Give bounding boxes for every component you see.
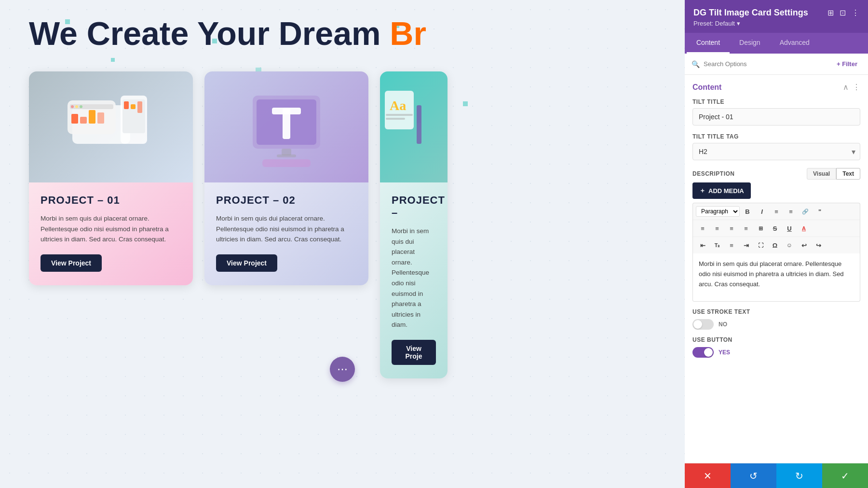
panel-title-icons: ⊞ ⊡ ⋮ — [827, 8, 859, 17]
card-1-btn[interactable]: View Project — [41, 254, 102, 272]
svg-point-5 — [80, 105, 82, 108]
svg-point-4 — [75, 105, 78, 108]
italic-btn[interactable]: I — [755, 205, 769, 218]
svg-rect-25 — [386, 118, 405, 120]
project-card-3[interactable]: Aa PROJECT – Morbi in sem quis dui place… — [380, 71, 448, 378]
stroke-toggle[interactable] — [692, 319, 714, 330]
tilt-title-input[interactable] — [692, 108, 860, 125]
add-media-btn[interactable]: ＋ ADD MEDIA — [692, 182, 751, 199]
tab-advanced[interactable]: Advanced — [770, 33, 819, 54]
desc-toolbar-top: Description Visual Text — [692, 168, 860, 180]
cancel-btn[interactable]: ✕ — [685, 463, 731, 488]
text-color-btn[interactable]: A — [797, 222, 811, 235]
svg-rect-8 — [89, 110, 95, 124]
fab-icon: ⋯ — [337, 363, 348, 376]
tilt-title-field: Tilt Title — [692, 98, 860, 125]
svg-rect-19 — [282, 149, 291, 155]
unordered-list-btn[interactable]: ≡ — [770, 205, 783, 218]
more-options-icon[interactable]: ⋮ — [852, 8, 859, 17]
card-3-btn[interactable]: View Proje — [392, 340, 436, 365]
add-media-label: ADD MEDIA — [708, 187, 744, 195]
quote-btn[interactable]: " — [813, 205, 827, 218]
fullscreen-btn[interactable]: ⛶ — [754, 239, 767, 251]
panel-tabs: Content Design Advanced — [685, 33, 868, 54]
tab-design[interactable]: Design — [730, 33, 770, 54]
svg-rect-12 — [124, 101, 129, 109]
expand-icon[interactable]: ⊡ — [840, 8, 846, 17]
stroke-toggle-track: NO — [692, 319, 860, 330]
editor-toolbar: Paragraph Heading 1 Heading 2 B I ≡ ≡ 🔗 … — [692, 203, 860, 253]
description-label: Description — [692, 170, 735, 177]
svg-rect-14 — [137, 101, 142, 113]
align-justify-btn[interactable]: ≡ — [739, 222, 753, 235]
svg-rect-20 — [277, 154, 296, 157]
section-collapse-icon[interactable]: ∧ — [843, 83, 849, 92]
visual-btn[interactable]: Visual — [807, 168, 836, 180]
project-card-1[interactable]: PROJECT – 01 Morbi in sem quis dui place… — [29, 71, 193, 285]
toolbar-row-1: Paragraph Heading 1 Heading 2 B I ≡ ≡ 🔗 … — [693, 203, 860, 220]
undo-btn[interactable]: ↩ — [797, 239, 811, 251]
stroke-toggle-value: NO — [719, 321, 727, 328]
table-btn[interactable]: ⊞ — [754, 222, 767, 235]
indent-left-btn[interactable]: ⇤ — [696, 239, 709, 251]
card-1-title: PROJECT – 01 — [41, 194, 181, 207]
use-button-field: Use Button YES — [692, 336, 860, 358]
svg-rect-24 — [386, 114, 413, 116]
svg-rect-18 — [283, 108, 290, 139]
button-toggle-value: YES — [719, 349, 730, 356]
project-card-2[interactable]: PROJECT – 02 Morbi in sem quis dui place… — [204, 71, 368, 285]
preset-label: Preset: Default — [693, 20, 735, 27]
bold-btn[interactable]: B — [741, 205, 754, 218]
toolbar-row-3: ⇤ T₂ ≡ ⇥ ⛶ Ω ☺ ↩ ↪ — [693, 237, 860, 253]
align-left-btn[interactable]: ≡ — [696, 222, 709, 235]
tilt-title-tag-select[interactable]: H1 H2 H3 H4 H5 H6 p div — [692, 143, 860, 160]
ordered-list-btn[interactable]: ≡ — [784, 205, 798, 218]
card-2-title: PROJECT – 02 — [216, 194, 357, 207]
button-toggle[interactable] — [692, 347, 714, 358]
filter-btn[interactable]: + Filter — [833, 58, 861, 70]
strikethrough-btn[interactable]: S — [768, 222, 782, 235]
align-btn2[interactable]: ≡ — [725, 239, 738, 251]
reset-btn[interactable]: ↺ — [731, 463, 776, 488]
search-icon: 🔍 — [692, 60, 700, 68]
card-2-desc: Morbi in sem quis dui placerat ornare. P… — [216, 213, 357, 245]
link-btn[interactable]: 🔗 — [799, 205, 812, 218]
cards-row: PROJECT – 01 Morbi in sem quis dui place… — [29, 71, 656, 378]
description-section: Description Visual Text ＋ ADD MEDIA Para… — [692, 168, 860, 302]
floating-action-btn[interactable]: ⋯ — [330, 357, 355, 382]
card-3-body: PROJECT – Morbi in sem quis dui placerat… — [380, 182, 448, 378]
stroke-text-field: Use Stroke Text NO — [692, 308, 860, 330]
card-3-image: Aa — [380, 71, 448, 182]
tilt-title-tag-select-wrap: H1 H2 H3 H4 H5 H6 p div ▾ — [692, 143, 860, 160]
redo-action-btn[interactable]: ↻ — [776, 463, 822, 488]
desc-view-buttons: Visual Text — [807, 168, 860, 180]
panel-preset[interactable]: Preset: Default ▾ — [693, 20, 859, 27]
page-heading: We Create Your Dream Br — [29, 14, 656, 52]
responsive-icon[interactable]: ⊞ — [827, 8, 834, 17]
paragraph-select[interactable]: Paragraph Heading 1 Heading 2 — [696, 206, 740, 217]
svg-rect-6 — [71, 114, 78, 124]
panel-title: DG Tilt Image Card Settings — [693, 8, 808, 18]
align-center-btn[interactable]: ≡ — [710, 222, 724, 235]
redo-btn[interactable]: ↪ — [812, 239, 825, 251]
section-menu-icon[interactable]: ⋮ — [853, 83, 860, 92]
panel-body: Content ∧ ⋮ Tilt Title Tilt Title Tag H1… — [685, 75, 868, 463]
underline-btn[interactable]: U — [783, 222, 796, 235]
svg-rect-9 — [97, 112, 104, 124]
indent-right-btn[interactable]: ⇥ — [739, 239, 753, 251]
card-3-title: PROJECT – — [392, 194, 436, 219]
subscript-btn[interactable]: T₂ — [710, 239, 724, 251]
editor-content[interactable]: Morbi in sem quis dui placerat ornare. P… — [692, 253, 860, 302]
card-2-btn[interactable]: View Project — [216, 254, 277, 272]
confirm-btn[interactable]: ✓ — [822, 463, 868, 488]
section-actions: ∧ ⋮ — [843, 83, 860, 92]
svg-rect-13 — [131, 104, 136, 109]
omega-btn[interactable]: Ω — [768, 239, 782, 251]
tab-content[interactable]: Content — [687, 33, 730, 54]
panel-title-row: DG Tilt Image Card Settings ⊞ ⊡ ⋮ — [693, 8, 859, 18]
align-right-btn[interactable]: ≡ — [725, 222, 738, 235]
search-input[interactable] — [704, 60, 829, 68]
emoji-btn[interactable]: ☺ — [783, 239, 796, 251]
text-btn[interactable]: Text — [836, 168, 860, 180]
add-media-icon: ＋ — [699, 186, 705, 195]
